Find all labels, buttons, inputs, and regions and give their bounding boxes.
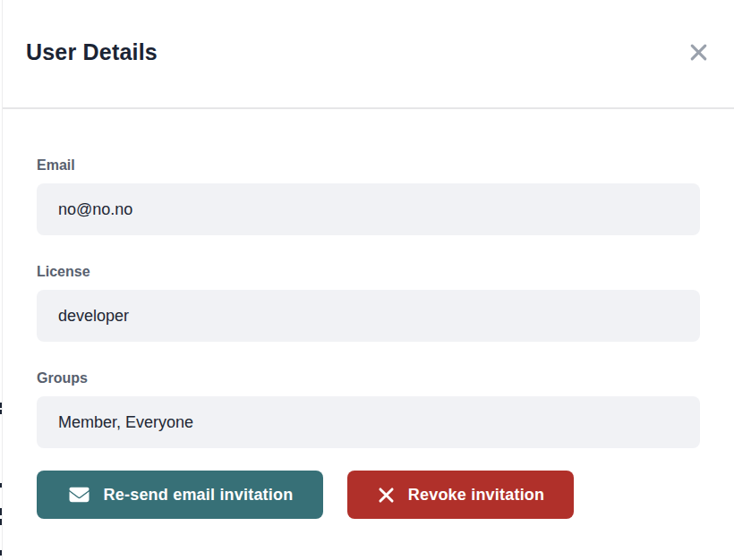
x-icon — [377, 486, 396, 505]
groups-field[interactable] — [37, 396, 700, 448]
close-button[interactable] — [684, 38, 713, 66]
license-label: License — [37, 264, 700, 280]
resend-email-invitation-button[interactable]: Re-send email invitation — [37, 471, 323, 519]
user-details-modal: User Details Email License Groups — [2, 0, 734, 560]
groups-label: Groups — [37, 370, 700, 386]
close-icon — [687, 41, 710, 64]
email-field[interactable] — [37, 183, 700, 235]
email-label: Email — [37, 157, 700, 174]
action-button-row: Re-send email invitation Revoke invitati… — [37, 471, 700, 519]
license-field[interactable] — [37, 290, 700, 342]
modal-body: Email License Groups Re-send email invit… — [3, 157, 734, 519]
revoke-button-label: Revoke invitation — [408, 486, 544, 505]
revoke-invitation-button[interactable]: Revoke invitation — [347, 471, 574, 519]
modal-title: User Details — [26, 39, 158, 65]
resend-button-label: Re-send email invitation — [104, 486, 294, 505]
modal-header: User Details — [3, 0, 734, 109]
envelope-icon — [67, 485, 91, 505]
field-group-license: License — [37, 264, 700, 342]
field-group-email: Email — [37, 157, 700, 235]
field-group-groups: Groups — [37, 370, 700, 448]
